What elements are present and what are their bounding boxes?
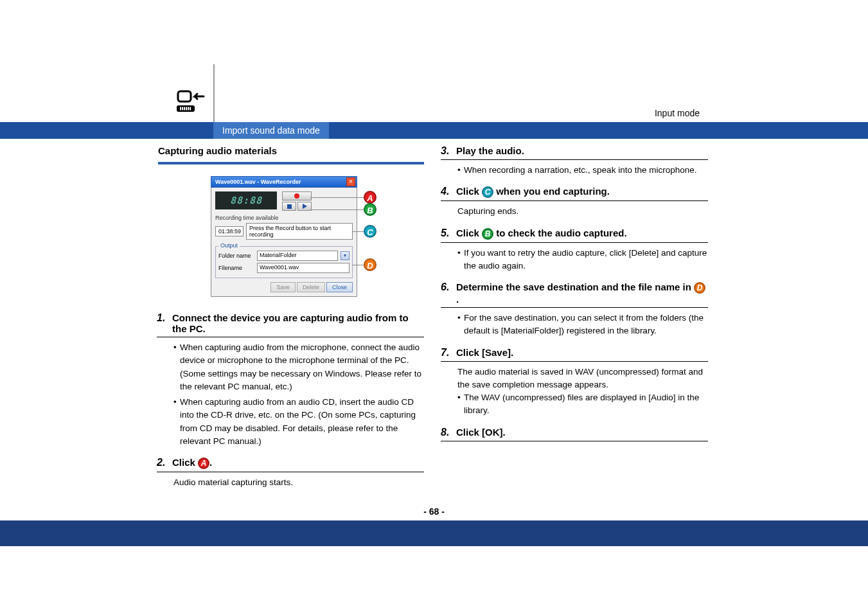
window-body: 88:88 Recording time available 01: xyxy=(211,188,357,297)
step-title-text: when you end capturing. xyxy=(493,186,610,197)
step-number: 8. xyxy=(441,427,452,438)
leader-line xyxy=(310,209,364,210)
step-4: 4. Click C when you end capturing. Captu… xyxy=(439,186,708,218)
step-title: Click [OK]. xyxy=(456,427,506,438)
step-title-text: . xyxy=(456,294,459,305)
step-title-text: to check the audio captured. xyxy=(493,227,627,238)
record-button[interactable] xyxy=(282,191,312,200)
callout-a: A xyxy=(364,191,376,204)
step-number: 3. xyxy=(441,145,452,157)
step-number: 4. xyxy=(441,186,452,197)
output-legend: Output xyxy=(218,242,240,249)
right-column: 3. Play the audio. When recording a narr… xyxy=(439,145,708,450)
delete-button[interactable]: Delete xyxy=(297,282,325,292)
leader-line xyxy=(352,265,364,265)
play-button[interactable] xyxy=(297,202,312,211)
step-bullet: When capturing audio from an audio CD, i… xyxy=(173,396,424,448)
step-title-text: Determine the save destination and the f… xyxy=(456,281,694,292)
step-7: 7. Click [Save]. The audio material is s… xyxy=(439,347,708,418)
filename-input[interactable]: Wave0001.wav xyxy=(257,263,350,273)
step-title: Click A. xyxy=(172,457,212,469)
svg-rect-5 xyxy=(186,107,187,111)
stop-button[interactable] xyxy=(282,202,296,211)
recorder-window: Wave0001.wav - WaveRecorder × 88:88 xyxy=(211,176,357,297)
step-body-text: Capturing ends. xyxy=(457,205,708,218)
digital-time: 88:88 xyxy=(230,195,262,206)
leader-line xyxy=(310,197,364,198)
transport-controls xyxy=(282,191,312,211)
leader-line xyxy=(352,231,364,232)
footer-bar xyxy=(0,520,868,546)
svg-rect-0 xyxy=(178,91,191,102)
step-bullet: For the save destination, you can select… xyxy=(457,312,708,338)
step-title-text: Click xyxy=(456,186,482,197)
left-column: Capturing audio materials Wave0001.wav -… xyxy=(155,145,424,498)
step-title: Connect the device you are capturing aud… xyxy=(172,312,424,334)
page: Input mode Import sound data mode Captur… xyxy=(0,0,868,613)
folder-name-label: Folder name xyxy=(218,253,254,259)
circle-b-icon: B xyxy=(482,228,493,240)
folder-name-input[interactable]: MaterialFolder xyxy=(257,251,338,261)
step-1: 1. Connect the device you are capturing … xyxy=(155,312,424,448)
step-number: 7. xyxy=(441,347,452,359)
digital-time-display: 88:88 xyxy=(215,191,277,209)
play-icon xyxy=(303,204,307,209)
step-8: 8. Click [OK]. xyxy=(439,427,708,441)
step-title: Play the audio. xyxy=(456,145,524,156)
time-available-value: 01:38:59 xyxy=(215,226,244,236)
svg-rect-3 xyxy=(182,107,183,111)
stop-icon xyxy=(287,204,292,209)
step-number: 2. xyxy=(157,457,168,468)
header-bar xyxy=(0,122,868,139)
step-5: 5. Click B to check the audio captured. … xyxy=(439,227,708,273)
circle-a-icon: A xyxy=(198,458,209,469)
step-3: 3. Play the audio. When recording a narr… xyxy=(439,145,708,177)
step-body-text: The audio material is saved in WAV (unco… xyxy=(457,366,708,392)
page-number: - 68 - xyxy=(0,506,868,517)
subheader-bar: Import sound data mode xyxy=(213,122,329,139)
close-button[interactable]: Close xyxy=(326,282,353,292)
mode-label: Input mode xyxy=(655,108,700,118)
header-icon xyxy=(177,90,208,118)
output-group: Output Folder name MaterialFolder ▾ File… xyxy=(215,246,353,278)
step-title-text: . xyxy=(209,457,212,468)
svg-rect-7 xyxy=(190,107,191,111)
step-bullet: When capturing audio from the microphone… xyxy=(173,341,424,393)
section-title: Capturing audio materials xyxy=(158,145,424,164)
step-bullet: The WAV (uncompressed) files are display… xyxy=(457,391,708,418)
step-title-text: Click xyxy=(172,457,198,468)
svg-rect-2 xyxy=(180,107,181,111)
svg-rect-4 xyxy=(184,107,185,111)
close-icon[interactable]: × xyxy=(346,177,355,186)
window-title: Wave0001.wav - WaveRecorder xyxy=(215,179,301,185)
step-title-text: Click xyxy=(456,227,482,238)
callout-d: D xyxy=(364,258,376,271)
recording-time-label: Recording time available xyxy=(215,215,353,221)
circle-c-icon: C xyxy=(482,186,493,198)
circle-d-icon: D xyxy=(694,282,705,294)
step-bullet: When recording a narration, etc., speak … xyxy=(457,164,708,177)
status-message: Press the Record button to start recordi… xyxy=(246,223,353,240)
step-title: Click B to check the audio captured. xyxy=(456,227,627,240)
step-6: 6. Determine the save destination and th… xyxy=(439,281,708,338)
record-icon xyxy=(294,193,299,199)
step-title: Determine the save destination and the f… xyxy=(456,281,708,305)
step-body-text: Audio material capturing starts. xyxy=(173,476,424,489)
window-titlebar: Wave0001.wav - WaveRecorder × xyxy=(211,176,357,188)
step-2: 2. Click A. Audio material capturing sta… xyxy=(155,457,424,489)
filename-label: Filename xyxy=(218,265,254,271)
callout-b: B xyxy=(364,203,376,216)
chevron-down-icon[interactable]: ▾ xyxy=(341,251,350,260)
callout-c: C xyxy=(364,225,376,238)
svg-rect-6 xyxy=(188,107,189,111)
step-title: Click C when you end capturing. xyxy=(456,186,610,198)
save-button[interactable]: Save xyxy=(270,282,296,292)
step-bullet: If you want to retry the audio capture, … xyxy=(457,247,708,273)
step-number: 5. xyxy=(441,227,452,239)
vertical-divider xyxy=(213,64,215,127)
step-number: 6. xyxy=(441,281,452,293)
step-number: 1. xyxy=(157,312,168,324)
step-title: Click [Save]. xyxy=(456,347,513,358)
